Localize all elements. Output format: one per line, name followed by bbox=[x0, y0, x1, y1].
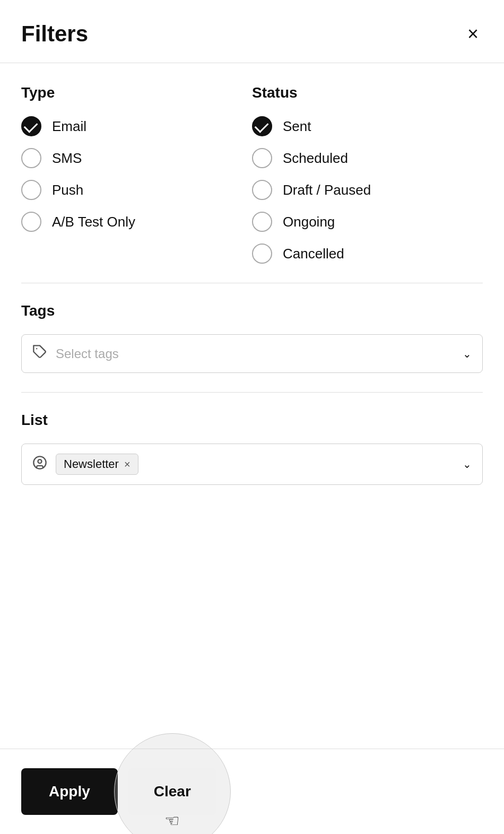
type-ab-test-item[interactable]: A/B Test Only bbox=[21, 212, 252, 232]
filters-title: Filters bbox=[21, 21, 88, 47]
status-section-label: Status bbox=[252, 84, 483, 101]
type-email-checkbox[interactable] bbox=[21, 116, 41, 136]
type-column: Type Email SMS Push A/B Test Only bbox=[21, 84, 252, 264]
newsletter-chip-close[interactable]: × bbox=[124, 459, 131, 470]
tags-dropdown[interactable]: Select tags ⌄ bbox=[21, 334, 483, 373]
type-push-item[interactable]: Push bbox=[21, 180, 252, 200]
status-draft-paused-label: Draft / Paused bbox=[283, 182, 371, 198]
list-field-inner: Newsletter × bbox=[56, 454, 454, 475]
tag-icon bbox=[32, 344, 47, 363]
filters-panel: Filters × Type Email SMS Push bbox=[0, 0, 504, 834]
tags-list-divider bbox=[21, 392, 483, 393]
filters-header: Filters × bbox=[0, 0, 504, 63]
svg-point-2 bbox=[38, 459, 42, 463]
type-push-checkbox[interactable] bbox=[21, 180, 41, 200]
type-sms-item[interactable]: SMS bbox=[21, 148, 252, 168]
status-sent-label: Sent bbox=[283, 118, 311, 135]
tags-chevron-icon: ⌄ bbox=[463, 348, 472, 360]
type-ab-test-checkbox[interactable] bbox=[21, 212, 41, 232]
list-section-label: List bbox=[21, 412, 483, 429]
status-cancelled-item[interactable]: Cancelled bbox=[252, 244, 483, 264]
list-icon bbox=[32, 455, 47, 474]
status-ongoing-item[interactable]: Ongoing bbox=[252, 212, 483, 232]
status-cancelled-label: Cancelled bbox=[283, 246, 344, 262]
close-button[interactable]: × bbox=[463, 22, 483, 46]
apply-button[interactable]: Apply bbox=[21, 768, 118, 815]
filters-footer: Apply Clear ☜ bbox=[0, 749, 504, 834]
status-scheduled-label: Scheduled bbox=[283, 150, 348, 167]
clear-button[interactable]: Clear bbox=[128, 768, 216, 815]
list-dropdown[interactable]: Newsletter × ⌄ bbox=[21, 444, 483, 485]
newsletter-chip-label: Newsletter bbox=[64, 457, 119, 471]
tags-placeholder: Select tags bbox=[56, 346, 454, 361]
status-cancelled-checkbox[interactable] bbox=[252, 244, 272, 264]
type-sms-label: SMS bbox=[52, 150, 82, 167]
list-section: List Newsletter × ⌄ bbox=[21, 412, 483, 485]
type-ab-test-label: A/B Test Only bbox=[52, 214, 135, 230]
type-status-divider bbox=[21, 283, 483, 283]
type-section-label: Type bbox=[21, 84, 252, 101]
status-sent-item[interactable]: Sent bbox=[252, 116, 483, 136]
clear-btn-wrapper: Clear ☜ bbox=[128, 768, 216, 815]
status-sent-checkbox[interactable] bbox=[252, 116, 272, 136]
type-status-row: Type Email SMS Push A/B Test Only bbox=[21, 84, 483, 264]
newsletter-chip[interactable]: Newsletter × bbox=[56, 454, 138, 475]
filters-body: Type Email SMS Push A/B Test Only bbox=[0, 63, 504, 749]
status-ongoing-checkbox[interactable] bbox=[252, 212, 272, 232]
status-draft-paused-item[interactable]: Draft / Paused bbox=[252, 180, 483, 200]
status-column: Status Sent Scheduled Draft / Paused Ong… bbox=[252, 84, 483, 264]
type-email-label: Email bbox=[52, 118, 86, 135]
list-chevron-icon: ⌄ bbox=[463, 458, 472, 471]
status-ongoing-label: Ongoing bbox=[283, 214, 335, 230]
tags-section-label: Tags bbox=[21, 302, 483, 319]
type-email-item[interactable]: Email bbox=[21, 116, 252, 136]
type-push-label: Push bbox=[52, 182, 83, 198]
status-scheduled-item[interactable]: Scheduled bbox=[252, 148, 483, 168]
tags-section: Tags Select tags ⌄ bbox=[21, 302, 483, 373]
status-draft-paused-checkbox[interactable] bbox=[252, 180, 272, 200]
status-scheduled-checkbox[interactable] bbox=[252, 148, 272, 168]
type-sms-checkbox[interactable] bbox=[21, 148, 41, 168]
